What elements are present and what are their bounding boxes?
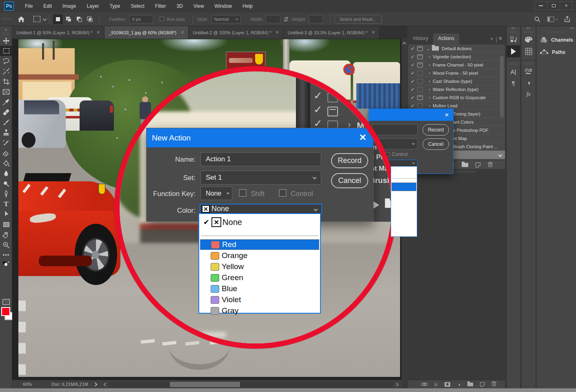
collapse-dock-icon[interactable]: «« [507, 26, 520, 30]
home-icon[interactable] [12, 16, 30, 22]
quick-mask-icon[interactable] [0, 297, 12, 307]
delete-icon[interactable] [488, 161, 493, 169]
eyedropper-tool[interactable] [0, 97, 12, 107]
menu-file[interactable]: File [20, 0, 38, 12]
crop-tool[interactable] [0, 76, 12, 87]
link-icon[interactable] [421, 381, 427, 388]
menu-select[interactable]: Select [125, 0, 149, 12]
close-tab-icon[interactable]: ✕ [96, 30, 100, 35]
path-selection-tool[interactable] [0, 209, 12, 219]
control-checkbox[interactable] [279, 189, 287, 197]
shift-checkbox[interactable] [239, 189, 247, 197]
workspace-switcher-icon[interactable] [547, 16, 558, 22]
width-input[interactable] [266, 15, 280, 23]
hscroll-thumb[interactable] [170, 382, 240, 387]
menu-edit[interactable]: Edit [38, 0, 57, 12]
tab-untitled-1[interactable]: Untitled-1 @ 50% (Layer 1, RGB/8#) *✕ [12, 26, 105, 39]
move-tool[interactable] [0, 36, 12, 46]
modal-icon[interactable] [417, 46, 423, 51]
new-set-folder-icon[interactable] [462, 163, 468, 167]
menu-3d[interactable]: 3D [171, 0, 188, 12]
record-button-small[interactable]: Record [423, 124, 449, 136]
name-field-small[interactable] [372, 124, 418, 135]
trash-icon[interactable] [491, 381, 496, 388]
dialog-close-icon[interactable]: ✕ [445, 112, 449, 118]
menu-item-blue[interactable]: Blue [200, 283, 319, 294]
actions-scrollbar[interactable] [500, 56, 504, 117]
cancel-button-small[interactable]: Cancel [423, 138, 449, 150]
swap-dimensions-icon[interactable] [280, 16, 292, 22]
action-row[interactable]: ✓ ⌄ Default Actions [408, 45, 505, 53]
hscroll-right-icon[interactable] [395, 382, 399, 386]
tab-untitled-3[interactable]: Untitled-3 @ 33,3% (Layer 1, RGB/8#) *✕ [284, 26, 380, 39]
edit-toolbar-icon[interactable]: ••• [0, 250, 12, 260]
feather-input[interactable]: 0 px [129, 15, 153, 23]
adjustments-panel-icon[interactable]: ◑ [521, 77, 536, 89]
blur-tool[interactable] [0, 168, 12, 178]
hscroll-left-icon[interactable] [103, 382, 107, 386]
actions-panel-icon[interactable] [507, 45, 520, 58]
brush-tool[interactable] [0, 117, 12, 127]
cancel-button[interactable]: Cancel [331, 173, 368, 188]
swatches-panel-icon[interactable] [521, 45, 536, 58]
paint-bucket-tool[interactable] [0, 158, 12, 168]
action-row[interactable]: ✓›Vignette (selection) [408, 53, 505, 61]
menu-help[interactable]: Help [237, 0, 258, 12]
check-icon[interactable]: ✓ [408, 46, 417, 51]
new-action-icon[interactable] [476, 163, 480, 167]
foreground-color-swatch[interactable] [1, 307, 10, 316]
menu-view[interactable]: View [188, 0, 209, 12]
magic-wand-tool[interactable] [0, 66, 12, 76]
selection-add-button[interactable] [64, 14, 73, 24]
channels-panel-button[interactable]: Channels [536, 34, 576, 46]
dialog-title-bar[interactable]: ✕ [369, 109, 453, 121]
action-row[interactable]: ✓›Custom RGB to Grayscale [408, 94, 505, 102]
function-key-select[interactable]: None [200, 187, 232, 200]
menu-item-orange[interactable]: Orange [200, 250, 319, 261]
collapse-dock-icon[interactable]: «« [536, 26, 576, 30]
menu-layer[interactable]: Layer [81, 0, 104, 12]
properties-panel-icon[interactable] [521, 66, 536, 77]
horizontal-scrollbar[interactable] [109, 381, 393, 388]
pen-tool[interactable] [0, 189, 12, 199]
type-tool[interactable]: T [0, 199, 12, 209]
paragraph-panel-icon[interactable]: ¶ [507, 77, 520, 89]
selection-new-button[interactable] [53, 14, 63, 24]
eraser-tool[interactable] [0, 148, 12, 158]
default-colors-icon[interactable] [0, 260, 12, 267]
share-icon[interactable] [564, 16, 570, 22]
height-input[interactable] [309, 15, 323, 23]
anti-alias-checkbox[interactable] [160, 17, 164, 21]
scroll-down-icon[interactable] [498, 153, 503, 157]
clone-stamp-tool[interactable] [0, 127, 12, 138]
spot-healing-brush-tool[interactable] [0, 107, 12, 117]
panel-collapse-icon[interactable]: » [489, 33, 495, 46]
history-panel-icon[interactable] [507, 34, 520, 45]
styles-panel-icon[interactable]: fx [521, 89, 536, 100]
hand-tool[interactable] [0, 229, 12, 240]
menu-image[interactable]: Image [57, 0, 81, 12]
panel-menu-icon[interactable]: ≡ [498, 33, 505, 46]
color-select[interactable]: ✕ None [200, 204, 322, 214]
status-options-icon[interactable] [93, 382, 97, 386]
layer-mask-icon[interactable] [445, 382, 450, 387]
menu-item-none[interactable]: ✔ ✕ None [200, 216, 319, 228]
search-icon[interactable] [534, 16, 540, 22]
menu-window[interactable]: Window [209, 0, 238, 12]
tool-preset-icon[interactable] [30, 16, 49, 22]
collapse-dock-icon[interactable]: «« [521, 26, 536, 30]
dialog-title[interactable]: New Action ✕ [147, 128, 373, 147]
selection-subtract-button[interactable] [74, 14, 84, 24]
history-brush-tool[interactable] [0, 138, 12, 148]
close-tab-icon[interactable]: ✕ [371, 30, 375, 35]
minimize-button[interactable] [534, 1, 547, 10]
action-row[interactable]: ✓›Wood Frame - 50 pixel [408, 69, 505, 77]
group-icon[interactable] [467, 383, 473, 386]
paths-panel-button[interactable]: Paths [536, 46, 576, 58]
layer-style-icon[interactable]: fx [434, 382, 438, 387]
zoom-level[interactable]: 60% [23, 382, 32, 387]
close-button[interactable]: × [560, 1, 573, 10]
adjustment-layer-icon[interactable]: ◑ [457, 381, 460, 388]
tab-history[interactable]: History [408, 33, 433, 46]
select-and-mask-button[interactable]: Select and Mask... [334, 15, 382, 24]
